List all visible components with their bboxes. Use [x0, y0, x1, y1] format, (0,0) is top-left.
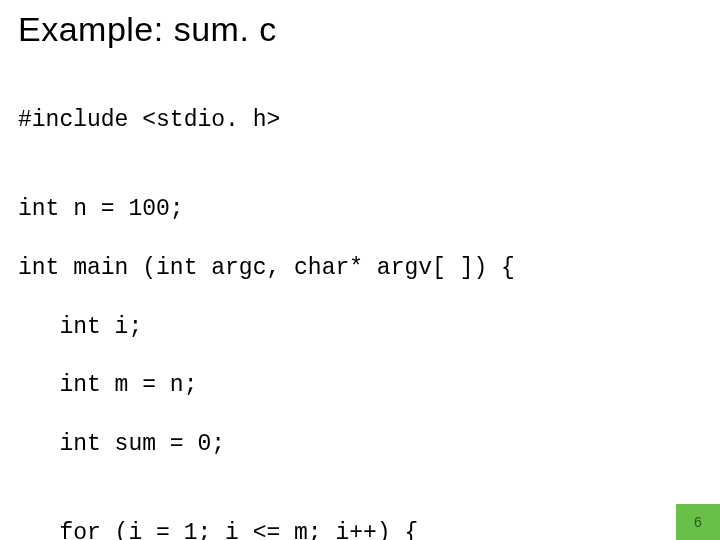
slide-title: Example: sum. c: [0, 0, 720, 55]
code-line: int n = 100;: [18, 195, 702, 224]
page-number: 6: [694, 514, 702, 530]
code-line: #include <stdio. h>: [18, 106, 702, 135]
code-line: int sum = 0;: [18, 430, 702, 459]
code-line: int i;: [18, 313, 702, 342]
code-line: int m = n;: [18, 371, 702, 400]
code-line: int main (int argc, char* argv[ ]) {: [18, 254, 702, 283]
page-number-box: 6: [676, 504, 720, 540]
code-line: for (i = 1; i <= m; i++) {: [18, 519, 702, 540]
code-block: #include <stdio. h> int n = 100; int mai…: [0, 55, 720, 540]
